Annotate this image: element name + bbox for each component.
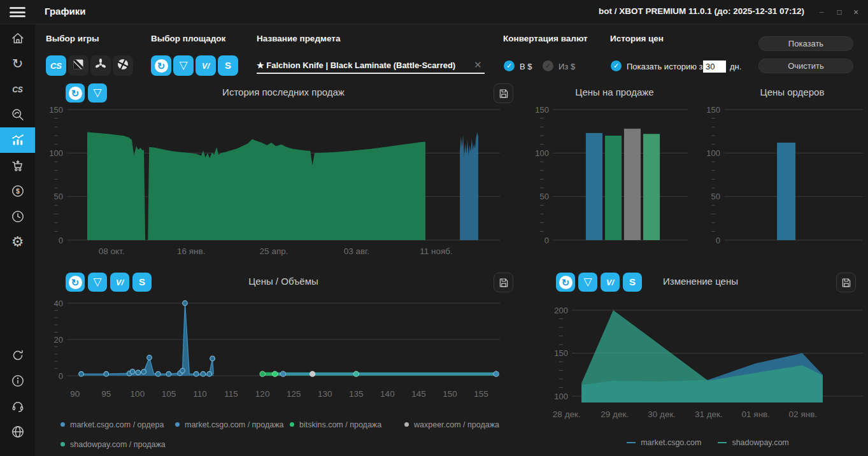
legend-item[interactable]: shadowpay.com / продажа — [60, 434, 175, 454]
game-tile-rust[interactable] — [90, 55, 111, 76]
game-tile-tf2[interactable] — [113, 55, 133, 76]
refresh-icon — [10, 348, 25, 363]
sidebar-item-history[interactable] — [0, 204, 35, 229]
close-button[interactable]: × — [849, 5, 863, 19]
sidebar-item-cs2[interactable]: CS — [0, 76, 35, 102]
svg-text:$: $ — [16, 187, 20, 195]
svg-text:105: 105 — [162, 389, 176, 399]
dollar-circle-icon: $ — [10, 183, 25, 199]
legend-label: shadowpay.com — [732, 438, 788, 447]
minimize-button[interactable]: − — [815, 5, 829, 19]
svg-text:08 окт.: 08 окт. — [99, 246, 125, 256]
svg-text:100: 100 — [131, 389, 145, 399]
clear-button[interactable]: Очистить — [758, 59, 853, 73]
platform-tile-bitskins[interactable]: ▽ — [173, 55, 194, 76]
svg-text:145: 145 — [411, 389, 426, 399]
game-tile-cs2[interactable]: CS — [46, 55, 66, 76]
cs2-icon: CS — [50, 60, 62, 71]
legend-dot — [175, 422, 180, 427]
legend-label: waxpeer.com / продажа — [414, 420, 499, 429]
svg-text:140: 140 — [380, 389, 395, 399]
svg-text:100: 100 — [535, 148, 549, 158]
legend-dot — [60, 422, 65, 427]
currency-section-label: Конвертация валют — [503, 34, 588, 43]
sidebar-item-support[interactable] — [0, 394, 35, 419]
search-chart-icon — [10, 107, 25, 122]
maximize-button[interactable]: □ — [832, 5, 846, 19]
globe-icon — [10, 424, 25, 439]
history-checkbox[interactable]: ✓ — [611, 61, 622, 71]
platform-section-label: Выбор площадок — [151, 34, 225, 43]
sidebar-item-analysis[interactable] — [0, 102, 35, 127]
legend-label: market.csgo.com / продажа — [185, 420, 284, 429]
svg-text:01 янв.: 01 янв. — [742, 410, 770, 419]
svg-text:150: 150 — [535, 105, 549, 115]
svg-text:16 янв.: 16 янв. — [177, 246, 205, 256]
chart1-save-button[interactable] — [494, 83, 513, 103]
legend-dot — [290, 422, 294, 427]
sidebar-item-charts[interactable] — [0, 127, 35, 153]
clear-input-icon[interactable]: ✕ — [474, 59, 482, 71]
svg-text:28 дек.: 28 дек. — [553, 410, 581, 419]
svg-text:31 дек.: 31 дек. — [695, 410, 723, 419]
sidebar-item-refresh[interactable] — [0, 343, 35, 368]
sidebar-item-market-logo[interactable]: ↻ — [0, 51, 35, 76]
svg-text:120: 120 — [255, 389, 270, 399]
rust-icon — [93, 57, 108, 75]
svg-text:100: 100 — [49, 148, 63, 158]
item-name-input[interactable] — [257, 57, 485, 74]
sidebar: ↻CS$⚙ — [0, 24, 35, 456]
svg-text:0: 0 — [544, 236, 549, 245]
history-text-before: Показать историю за — [627, 62, 708, 71]
svg-text:50: 50 — [540, 192, 549, 201]
svg-text:40: 40 — [54, 299, 63, 308]
legend-item[interactable]: market.csgo.com / продажа — [175, 415, 290, 434]
svg-text:02 янв.: 02 янв. — [789, 410, 817, 419]
svg-text:95: 95 — [101, 389, 111, 399]
legend-item[interactable]: market.csgo.com — [627, 438, 701, 447]
svg-text:50: 50 — [54, 192, 63, 201]
chart5-title: Изменение цены — [560, 276, 841, 287]
sidebar-item-info[interactable] — [0, 368, 35, 394]
show-button[interactable]: Показать — [758, 36, 853, 51]
svg-text:150: 150 — [706, 105, 720, 115]
item-section-label: Название предмета — [257, 34, 340, 43]
chart-order_prices: 050100150 — [704, 102, 868, 255]
swirl-icon: ↻ — [12, 57, 24, 71]
platform-tile-market-csgo[interactable]: ↻ — [151, 55, 171, 76]
sidebar-item-settings[interactable]: ⚙ — [0, 229, 35, 255]
info-icon — [10, 373, 25, 388]
chart3-title: Цены ордеров — [710, 87, 868, 97]
sidebar-item-language[interactable] — [0, 419, 35, 445]
legend-item[interactable]: market.csgo.com / ордера — [60, 415, 175, 434]
legend-label: market.csgo.com / ордера — [70, 420, 164, 429]
svg-text:150: 150 — [554, 348, 568, 358]
history-section-label: История цен — [610, 34, 664, 43]
legend-dot — [60, 442, 65, 446]
platform-tile-shadowpay[interactable]: S — [218, 55, 238, 76]
legend-item[interactable]: shadowpay.com — [718, 438, 788, 447]
chart4-save-button[interactable] — [494, 273, 513, 292]
floppy-save-icon — [497, 87, 509, 99]
platform-tile-waxpeer[interactable]: V/ — [196, 55, 216, 76]
sidebar-item-home[interactable] — [0, 25, 35, 51]
gear-icon: ⚙ — [11, 235, 24, 249]
game-tile-dota2[interactable] — [68, 55, 89, 76]
chart-sales_history: 05010015008 окт.16 янв.25 апр.03 авг.11 … — [45, 102, 506, 261]
hamburger-menu-icon[interactable] — [10, 7, 25, 17]
legend-label: market.csgo.com — [641, 438, 701, 447]
currency-to-usd-checkbox[interactable]: ✓ — [504, 61, 515, 71]
currency-from-usd-checkbox[interactable]: ✓ — [543, 61, 553, 71]
app-window: ↻CS$⚙ Графики bot / XBOT PREMIUM 11.0.1 … — [0, 0, 868, 456]
svg-text:115: 115 — [224, 389, 238, 399]
account-text: bot / XBOT PREMIUM 11.0.1 (до: — [599, 6, 733, 16]
chart-price_volume: 0204090951001051101151201251301351401451… — [45, 292, 506, 403]
chart-price_change: 10015020028 дек.29 дек.30 дек.31 дек.01 … — [548, 292, 868, 435]
clock-icon — [10, 209, 25, 224]
history-days-input[interactable] — [703, 61, 726, 73]
sidebar-item-purchases[interactable] — [0, 153, 35, 178]
legend-item[interactable]: bitskins.com / продажа — [290, 415, 404, 434]
legend-item[interactable]: waxpeer.com / продажа — [404, 415, 519, 434]
sidebar-item-finance[interactable]: $ — [0, 178, 35, 204]
chart5-save-button[interactable] — [836, 273, 856, 292]
